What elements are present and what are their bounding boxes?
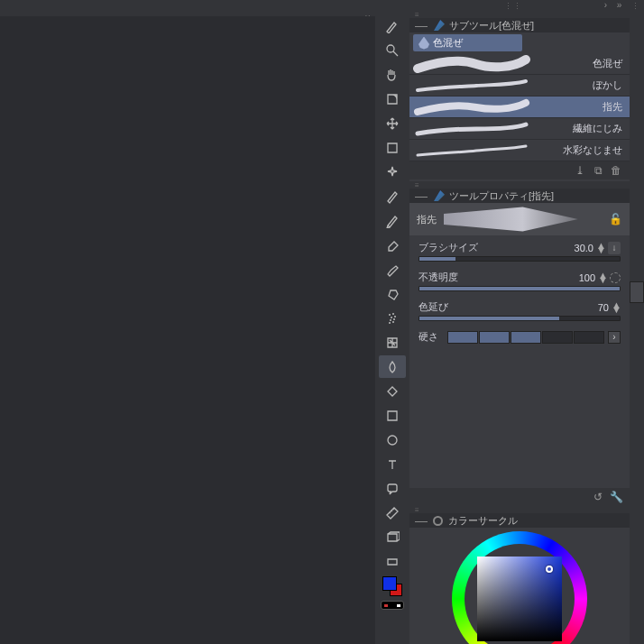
hardness-step[interactable] [511,331,541,344]
tool-wand[interactable] [379,161,406,183]
prop-value[interactable]: 30.0 [575,243,593,253]
right-panel-handle[interactable]: ⋮⋮ › » ≡ [375,0,644,11]
hardness-selector[interactable] [447,331,604,344]
prop-label: ブラシサイズ [419,241,478,254]
subtool-item[interactable]: 繊維にじみ [409,118,630,140]
tool-move[interactable] [379,112,406,134]
brush-size-slider[interactable] [419,256,621,262]
panel-menu-icon[interactable]: — [415,18,428,32]
delete-subtool-icon[interactable]: 🗑 [610,164,622,177]
hardness-step[interactable] [479,331,510,344]
far-right-dock: ⋮ [630,0,644,644]
toolprop-title: ツールプロパティ[指先] [449,189,554,203]
tool-shape[interactable] [379,404,406,427]
tool-text[interactable] [379,453,406,475]
prop-label: 硬さ [419,330,444,344]
subtool-brush-icon [434,20,445,31]
panel-grip[interactable]: ≡ [409,181,630,189]
brush-stroke-preview [444,206,602,233]
reset-icon[interactable]: ↺ [592,491,604,503]
tool-ruler[interactable] [379,501,406,524]
prop-label: 不透明度 [419,271,458,284]
tool-spray[interactable] [379,307,406,329]
right-panel-column: ≡ — サブツール[色混ぜ] 色混ぜ 色混ぜぼかし指先繊維にじみ水彩なじませ ⤓… [409,11,630,644]
subtool-panel: 色混ぜ 色混ぜぼかし指先繊維にじみ水彩なじませ ⤓ ⧉ 🗑 [409,32,630,181]
spinner-icon[interactable]: ▲▼ [598,273,607,282]
sv-cursor[interactable] [546,566,553,573]
subtool-label: 指先 [603,100,622,114]
wrench-icon[interactable]: 🔧 [610,491,622,503]
stroke-preview [413,97,530,117]
duplicate-subtool-icon[interactable]: ⧉ [592,164,604,177]
color-swatch[interactable] [382,576,402,596]
lock-icon[interactable]: 🔓 [609,213,622,225]
tool-toolbar [375,11,409,644]
panel-grip[interactable]: ≡ [409,506,630,513]
tool-marquee[interactable] [379,136,406,159]
stroke-preview [413,76,530,96]
tool-brush2[interactable] [379,258,406,281]
tool-gradient[interactable] [379,550,406,573]
color-wheel[interactable] [452,531,587,644]
subtool-item[interactable]: 色混ぜ [409,53,630,75]
tool-pattern[interactable] [379,331,406,354]
import-subtool-icon[interactable]: ⤓ [574,164,586,177]
spinner-icon[interactable]: ▲▼ [612,303,621,312]
expand-icon[interactable]: › [608,331,621,344]
spinner-icon[interactable]: ▲▼ [596,244,605,253]
prop-opacity: 不透明度 100 ▲▼ [419,271,621,291]
tool-balloon[interactable] [379,477,406,500]
prop-value[interactable]: 70 [598,302,609,313]
canvas-area[interactable] [0,16,375,644]
prop-color-stretch: 色延び 70 ▲▼ [419,300,621,321]
stroke-preview [413,54,530,74]
color-stretch-slider[interactable] [419,316,621,321]
subtool-label: 水彩なじませ [563,143,622,157]
hardness-step[interactable] [574,331,604,344]
tool-brush[interactable] [379,14,406,37]
toolprop-brush-icon [434,190,445,201]
tool-frame[interactable] [379,526,406,548]
hardness-step[interactable] [447,331,478,344]
subtool-group-tabs: 色混ぜ [409,32,630,53]
prop-value[interactable]: 100 [579,272,595,283]
tool-hand[interactable] [379,63,406,86]
tool-pencil[interactable] [379,209,406,232]
tool-blend[interactable] [379,355,406,378]
hardness-step[interactable] [542,331,573,344]
transparent-color-icon[interactable] [381,601,404,610]
subtool-label: ぼかし [593,78,622,92]
tool-ellipse[interactable] [379,428,406,451]
subtool-label: 色混ぜ [593,57,622,70]
colorcircle-panel-header[interactable]: — カラーサークル [409,513,630,528]
subtool-footer: ⤓ ⧉ 🗑 [409,161,630,179]
current-tool-label: 指先 [417,213,437,226]
colorcircle-panel [409,528,630,644]
tool-eraser[interactable] [379,234,406,256]
panel-grip[interactable]: ≡ [409,11,630,18]
dynamics-icon[interactable] [610,272,621,283]
colorcircle-title: カラーサークル [448,514,518,528]
stroke-preview [413,119,530,139]
tool-airbrush[interactable] [379,282,406,305]
subtool-item[interactable]: 水彩なじませ [409,140,630,161]
subtool-item[interactable]: ぼかし [409,75,630,97]
opacity-slider[interactable] [419,286,621,291]
tool-zoom[interactable] [379,39,406,61]
saturation-value-box[interactable] [477,557,562,641]
subtool-item[interactable]: 指先 [409,97,630,118]
tool-rotate[interactable] [379,87,406,110]
stroke-preview [413,141,530,161]
grip-icon: ⋮⋮ [504,2,522,11]
prop-brush-size: ブラシサイズ 30.0 ▲▼ ↓ [419,241,621,262]
panel-menu-icon[interactable]: — [415,513,428,528]
pressure-settings-icon[interactable]: ↓ [608,242,621,254]
subtool-group-tab[interactable]: 色混ぜ [413,34,522,51]
subtool-panel-header[interactable]: — サブツール[色混ぜ] [409,18,630,32]
collapsed-panel-tab[interactable] [630,281,644,303]
tool-pen[interactable] [379,185,406,207]
droplet-icon [419,37,429,50]
toolprop-panel-header[interactable]: — ツールプロパティ[指先] [409,189,630,203]
tool-fill[interactable] [379,380,406,402]
panel-menu-icon[interactable]: — [415,189,428,203]
